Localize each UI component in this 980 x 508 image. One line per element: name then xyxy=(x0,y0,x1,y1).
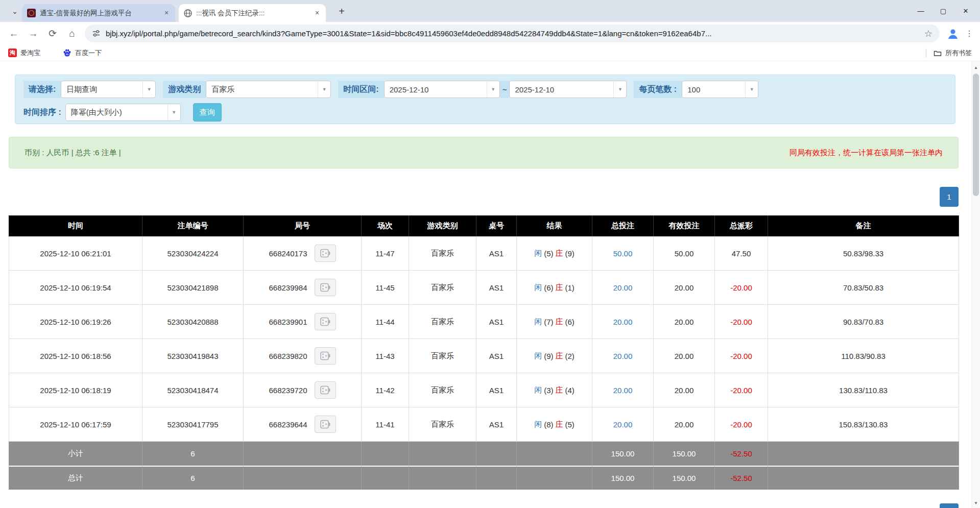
result-player-score: (6) xyxy=(544,283,553,292)
chevron-down-icon[interactable]: ▼ xyxy=(487,81,499,98)
minimize-button[interactable]: — xyxy=(910,3,932,19)
page-size-value: 100 xyxy=(682,85,745,94)
tab-search-chevron-icon[interactable]: ⌄ xyxy=(8,5,21,18)
cell-round-id: 668239984 xyxy=(244,271,362,305)
cell-result: 闲(8) 庄(5) xyxy=(517,407,592,442)
total-valid-bet: 150.00 xyxy=(654,466,715,490)
chevron-down-icon[interactable]: ▼ xyxy=(613,81,626,98)
new-tab-button[interactable]: + xyxy=(334,4,349,18)
cell-note: 90.83/70.83 xyxy=(768,305,959,339)
result-banker-label: 庄 xyxy=(556,351,563,361)
page-content: 请选择: 日期查询 ▼ 游戏类别 百家乐 ▼ 时间区间: 2025-12-10 … xyxy=(0,61,980,508)
cell-payout: -20.00 xyxy=(715,305,768,339)
currency-summary-text: 币别 : 人民币 | 总共 :6 注单 | xyxy=(25,148,121,158)
query-type-value: 日期查询 xyxy=(61,85,142,94)
scrollbar-thumb[interactable] xyxy=(973,74,979,196)
column-header-game-type: 游戏类别 xyxy=(409,215,476,236)
tab-bet-record[interactable]: :::视讯 会员下注纪录::: ✕ xyxy=(179,4,326,22)
table-row: 2025-12-10 06:18:56 523030419843 6682398… xyxy=(9,339,960,373)
replay-button[interactable] xyxy=(315,279,336,296)
empty-cell xyxy=(362,466,409,490)
vertical-scrollbar[interactable]: ▲ ▼ xyxy=(971,61,980,508)
cell-time: 2025-12-10 06:21:01 xyxy=(9,236,142,271)
result-banker-label: 庄 xyxy=(556,420,563,429)
cell-note: 150.83/130.83 xyxy=(768,407,959,442)
table-row: 2025-12-10 06:19:26 523030420888 6682399… xyxy=(9,305,960,339)
filter-row-2: 时间排序 : 降幂(由大到小) ▼ 查询 xyxy=(23,103,222,122)
cell-total-bet: 20.00 xyxy=(592,339,654,373)
replay-button[interactable] xyxy=(315,416,336,433)
back-icon[interactable]: ← xyxy=(4,24,23,43)
chevron-down-icon[interactable]: ▼ xyxy=(168,104,180,120)
dice-icon xyxy=(320,317,330,326)
table-body: 2025-12-10 06:21:01 523030424224 6682401… xyxy=(9,236,960,442)
cell-time: 2025-12-10 06:17:59 xyxy=(9,407,142,442)
window-controls: — ▢ ✕ xyxy=(910,0,977,22)
cell-table: AS1 xyxy=(476,271,517,305)
result-player-score: (9) xyxy=(544,352,553,360)
replay-button[interactable] xyxy=(315,381,336,399)
table-row: 2025-12-10 06:18:19 523030418474 6682397… xyxy=(9,373,960,407)
close-window-button[interactable]: ✕ xyxy=(954,3,977,19)
search-button[interactable]: 查询 xyxy=(193,103,222,122)
site-settings-icon[interactable] xyxy=(92,29,101,38)
home-icon[interactable]: ⌂ xyxy=(62,24,82,43)
cell-table: AS1 xyxy=(476,373,517,407)
reload-icon[interactable]: ⟳ xyxy=(43,24,62,43)
cell-valid-bet: 20.00 xyxy=(654,373,715,407)
menu-kebab-icon[interactable]: ⋮ xyxy=(963,26,976,41)
query-type-dropdown[interactable]: 日期查询 ▼ xyxy=(61,81,156,98)
tab-casino-platform[interactable]: 通宝-信誉最好的网上游戏平台 ✕ xyxy=(22,4,175,22)
date-from-dropdown[interactable]: 2025-12-10 ▼ xyxy=(384,81,500,98)
result-player-score: (5) xyxy=(544,249,553,258)
tab-title: :::视讯 会员下注纪录::: xyxy=(196,9,308,18)
bookmark-baidu[interactable]: du 百度一下 xyxy=(63,49,102,58)
column-header-time: 时间 xyxy=(9,215,142,236)
replay-button[interactable] xyxy=(315,313,336,330)
chevron-down-icon[interactable]: ▼ xyxy=(318,81,330,98)
chevron-down-icon[interactable]: ▼ xyxy=(745,81,758,98)
cell-note: 110.83/90.83 xyxy=(768,339,959,373)
dice-icon xyxy=(320,249,330,258)
total-count: 6 xyxy=(142,466,244,490)
forward-icon[interactable]: → xyxy=(23,24,43,43)
dice-icon xyxy=(320,351,330,360)
replay-button[interactable] xyxy=(315,245,336,262)
cell-time: 2025-12-10 06:18:19 xyxy=(9,373,142,407)
pagination-bottom-partial[interactable] xyxy=(940,503,959,508)
table-row: 2025-12-10 06:19:54 523030421898 6682399… xyxy=(9,271,960,305)
chevron-down-icon[interactable]: ▼ xyxy=(142,81,155,98)
cell-payout: 47.50 xyxy=(715,236,768,271)
cell-game-type: 百家乐 xyxy=(409,373,476,407)
address-bar[interactable]: bjbj.xyz/ipl/portal.php/game/betrecord_s… xyxy=(85,25,940,42)
bookmarks-bar: 淘 爱淘宝 du 百度一下 所有书签 xyxy=(0,45,980,61)
sort-dropdown[interactable]: 降幂(由大到小) ▼ xyxy=(65,104,181,121)
bookmark-taobao[interactable]: 淘 爱淘宝 xyxy=(8,49,40,58)
close-tab-icon[interactable]: ✕ xyxy=(162,9,171,18)
close-tab-icon[interactable]: ✕ xyxy=(313,9,322,18)
cell-payout: -20.00 xyxy=(715,339,768,373)
empty-cell xyxy=(409,466,476,490)
date-range-label: 时间区间: xyxy=(338,81,384,98)
scroll-down-icon[interactable]: ▼ xyxy=(972,499,980,507)
bookmark-star-icon[interactable]: ☆ xyxy=(924,28,933,39)
cell-note: 130.83/110.83 xyxy=(768,373,959,407)
replay-button[interactable] xyxy=(315,347,336,365)
profile-avatar[interactable] xyxy=(946,27,960,40)
url-text[interactable]: bjbj.xyz/ipl/portal.php/game/betrecord_s… xyxy=(106,29,920,38)
all-bookmarks-label[interactable]: 所有书签 xyxy=(945,49,972,58)
scroll-up-icon[interactable]: ▲ xyxy=(972,63,980,71)
game-type-dropdown[interactable]: 百家乐 ▼ xyxy=(206,81,331,98)
cell-result: 闲(3) 庄(4) xyxy=(517,373,592,407)
date-to-dropdown[interactable]: 2025-12-10 ▼ xyxy=(509,81,627,98)
select-type-label: 请选择: xyxy=(23,81,61,98)
cell-round-id: 668239820 xyxy=(244,339,362,373)
pagination-page-1[interactable]: 1 xyxy=(940,187,959,207)
column-header-note: 备注 xyxy=(768,215,959,236)
result-banker-label: 庄 xyxy=(556,249,563,258)
maximize-button[interactable]: ▢ xyxy=(932,3,954,19)
column-header-valid-bet: 有效投注 xyxy=(654,215,715,236)
column-header-bet-id: 注单编号 xyxy=(142,215,244,236)
subtotal-payout: -52.50 xyxy=(715,442,768,466)
page-size-dropdown[interactable]: 100 ▼ xyxy=(682,81,758,98)
